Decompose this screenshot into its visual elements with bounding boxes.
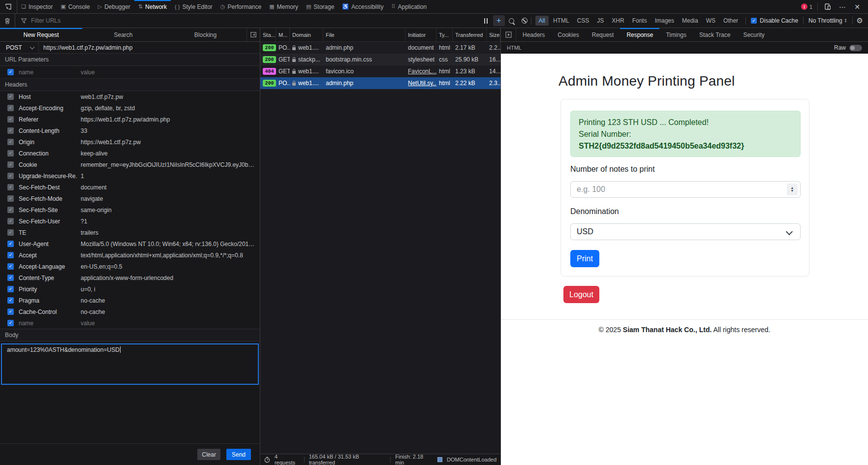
header-name[interactable]: Content-Length (19, 127, 77, 134)
header-checkbox[interactable]: ✓ (7, 263, 14, 270)
header-name[interactable]: Accept (19, 252, 77, 259)
header-name[interactable]: Pragma (19, 297, 77, 304)
tab-inspector[interactable]: ❏Inspector (17, 0, 57, 13)
parameter-checkbox[interactable]: ✓ (7, 69, 14, 75)
header-checkbox[interactable]: ✓ (7, 229, 14, 236)
tab-accessibility[interactable]: ♿Accessibility (338, 0, 387, 13)
column-header-size[interactable]: Size (487, 28, 500, 41)
header-name[interactable]: name (19, 320, 77, 327)
header-value[interactable]: keep-alive (81, 150, 260, 157)
request-row[interactable]: 200PO...web1....admin.phpNetUtil.sy...ht… (260, 77, 500, 89)
tab-search[interactable]: Search (82, 28, 164, 41)
filter-xhr[interactable]: XHR (608, 16, 627, 26)
header-checkbox[interactable]: ✓ (7, 286, 14, 292)
tab-network[interactable]: ⇅Network (134, 0, 171, 13)
details-tab-stack-trace[interactable]: Stack Trace (693, 28, 737, 41)
tab-memory[interactable]: ▦Memory (265, 0, 302, 13)
header-value[interactable]: document (81, 184, 260, 191)
header-value[interactable]: 33 (81, 127, 260, 134)
clear-requests-button[interactable] (0, 14, 15, 28)
tab-style-editor[interactable]: { }Style Editor (171, 0, 217, 13)
filter-js[interactable]: JS (593, 16, 607, 26)
header-checkbox[interactable]: ✓ (7, 241, 14, 247)
header-name[interactable]: Accept-Encoding (19, 105, 77, 112)
header-checkbox[interactable]: ✓ (7, 173, 14, 179)
header-checkbox[interactable]: ✓ (7, 252, 14, 258)
panel-toggle-button[interactable] (247, 28, 260, 41)
header-value[interactable]: ?1 (81, 218, 260, 225)
tab-console[interactable]: ▣Console (57, 0, 93, 13)
new-request-button[interactable]: + (493, 15, 505, 26)
header-checkbox[interactable]: ✓ (7, 116, 14, 123)
clear-button[interactable]: Clear (197, 449, 220, 460)
header-name[interactable]: Priority (19, 286, 77, 293)
header-checkbox[interactable]: ✓ (7, 93, 14, 100)
header-value[interactable]: en-US,en;q=0.5 (81, 263, 260, 270)
header-name[interactable]: Sec-Fetch-Mode (19, 195, 77, 202)
header-name[interactable]: Host (19, 93, 77, 100)
header-checkbox[interactable]: ✓ (7, 150, 14, 156)
resend-request-button[interactable] (501, 28, 516, 41)
header-checkbox[interactable]: ✓ (7, 297, 14, 304)
header-name[interactable]: Cache-Control (19, 309, 77, 315)
header-name[interactable]: Upgrade-Insecure-Re... (19, 173, 77, 180)
tab-application[interactable]: ⠿Application (387, 0, 431, 13)
header-checkbox[interactable]: ✓ (7, 275, 14, 281)
responsive-design-button[interactable] (823, 2, 833, 12)
header-value[interactable]: Mozilla/5.0 (Windows NT 10.0; Win64; x64… (81, 241, 260, 248)
header-name[interactable]: Referer (19, 116, 77, 123)
denomination-select[interactable]: USD (570, 223, 801, 240)
header-value[interactable]: same-origin (81, 207, 260, 214)
column-header-file[interactable]: File (323, 28, 405, 41)
header-checkbox[interactable]: ✓ (7, 309, 14, 315)
details-tab-security[interactable]: Security (737, 28, 771, 41)
column-header-domain[interactable]: Domain (290, 28, 323, 41)
blocking-button[interactable] (519, 15, 530, 26)
header-name[interactable]: Sec-Fetch-Site (19, 207, 77, 214)
header-value[interactable]: https://web1.ctf.p7z.pw (81, 139, 260, 146)
header-value[interactable]: no-cache (81, 309, 260, 315)
header-value[interactable]: navigate (81, 195, 260, 202)
header-name[interactable]: Sec-Fetch-Dest (19, 184, 77, 191)
header-value[interactable]: web1.ctf.p7z.pw (81, 93, 260, 100)
pause-traffic-button[interactable] (480, 15, 492, 26)
request-url-input[interactable] (39, 44, 260, 52)
request-row[interactable]: 200GETstackp...bootstrap.min.cssstyleshe… (260, 54, 500, 65)
header-value[interactable]: 1 (81, 173, 260, 180)
network-settings-button[interactable]: ⚙ (857, 16, 863, 25)
notes-input[interactable] (570, 181, 801, 198)
throttling-select[interactable]: No Throttling ▲▼ (808, 17, 847, 24)
request-row[interactable]: 404GETweb1....favicon.icoFaviconL...html… (260, 65, 500, 77)
header-name[interactable]: Origin (19, 139, 77, 146)
header-value[interactable]: application/x-www-form-urlencoded (81, 275, 260, 281)
header-name[interactable]: Cookie (19, 161, 77, 168)
request-row[interactable]: 200PO...web1....admin.phpdocumenthtml2.1… (260, 42, 500, 54)
parameter-value-input[interactable]: value (81, 69, 260, 76)
header-checkbox[interactable]: ✓ (7, 207, 14, 213)
raw-toggle[interactable] (849, 45, 862, 51)
header-checkbox[interactable]: ✓ (7, 184, 14, 190)
header-checkbox[interactable]: ✓ (7, 195, 14, 202)
header-value[interactable]: u=0, i (81, 286, 260, 293)
details-tab-cookies[interactable]: Cookies (551, 28, 585, 41)
number-spinner[interactable]: ▲▼ (787, 184, 798, 195)
column-header-initiator[interactable]: Initiator (405, 28, 436, 41)
header-value[interactable]: value (81, 320, 260, 327)
column-header-ty-[interactable]: Ty... (436, 28, 453, 41)
disable-cache-option[interactable]: ✓ Disable Cache (751, 17, 798, 24)
more-options-button[interactable]: ⋯ (837, 2, 847, 12)
parameter-name-input[interactable]: name (19, 69, 77, 76)
details-tab-response[interactable]: Response (620, 28, 659, 41)
search-button[interactable] (506, 15, 518, 26)
header-name[interactable]: User-Agent (19, 241, 77, 248)
header-value[interactable]: https://web1.ctf.p7z.pw/admin.php (81, 116, 260, 123)
header-checkbox[interactable]: ✓ (7, 139, 14, 145)
header-value[interactable]: trailers (81, 229, 260, 236)
header-checkbox[interactable]: ✓ (7, 127, 14, 134)
logout-button[interactable]: Logout (563, 286, 599, 303)
filter-media[interactable]: Media (679, 16, 702, 26)
filter-other[interactable]: Other (720, 16, 742, 26)
pick-element-button[interactable] (0, 0, 17, 13)
send-button[interactable]: Send (226, 449, 251, 460)
tab-new-request[interactable]: New Request (0, 28, 82, 41)
